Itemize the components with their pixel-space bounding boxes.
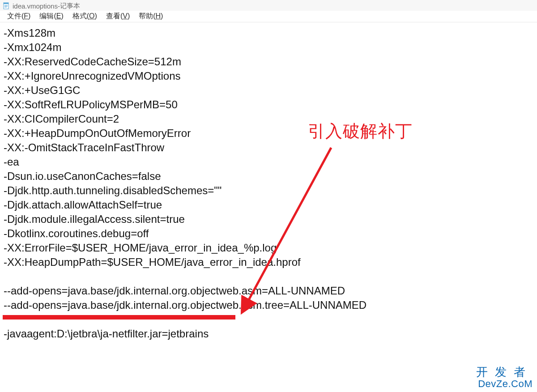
watermark-cn: 开发者 xyxy=(476,366,533,379)
annotation-label: 引入破解补丁 xyxy=(308,120,413,143)
menu-view[interactable]: 查看(V) xyxy=(102,11,134,22)
watermark-en: DevZe.CoM xyxy=(476,379,533,389)
notepad-icon xyxy=(3,2,10,9)
titlebar: idea.vmoptions - 记事本 xyxy=(0,0,537,11)
watermark: 开发者 DevZe.CoM xyxy=(476,366,533,389)
highlight-underline xyxy=(3,315,235,320)
title-filename: idea.vmoptions xyxy=(13,2,58,10)
title-appname: 记事本 xyxy=(60,2,80,10)
editor-content[interactable]: -Xms128m -Xmx1024m -XX:ReservedCodeCache… xyxy=(0,22,537,345)
menubar: 文件(F) 编辑(E) 格式(O) 查看(V) 帮助(H) xyxy=(0,11,537,22)
menu-help[interactable]: 帮助(H) xyxy=(134,11,167,22)
menu-format[interactable]: 格式(O) xyxy=(68,11,102,22)
menu-file[interactable]: 文件(F) xyxy=(3,11,35,22)
svg-rect-1 xyxy=(4,3,9,4)
menu-edit[interactable]: 编辑(E) xyxy=(35,11,68,22)
